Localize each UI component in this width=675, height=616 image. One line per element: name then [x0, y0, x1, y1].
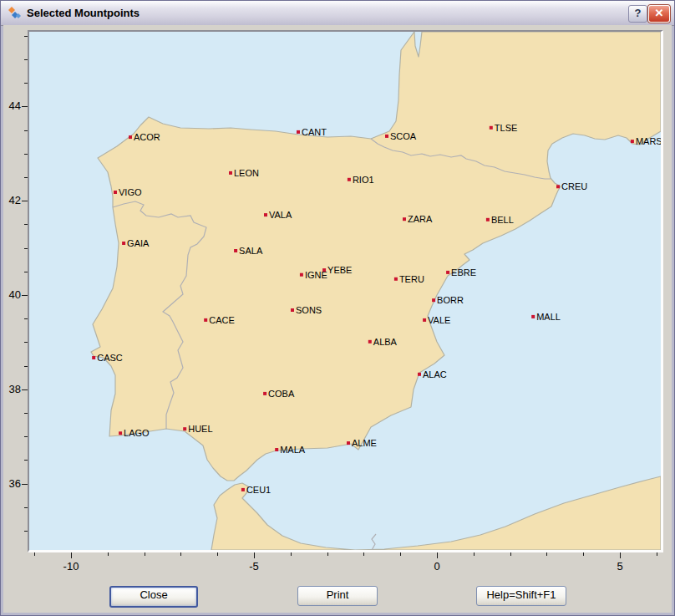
mountpoint-marker-ALBA [368, 340, 372, 344]
selected-mountpoints-window: Selected Mountpoints ? ✕ ACORCANTSCOATLS… [0, 0, 675, 616]
y-tick-42.5 [24, 177, 28, 178]
x-tick--10 [71, 552, 72, 558]
mountpoint-marker-EBRE [446, 271, 449, 274]
mountpoint-label-MARS: MARS [636, 136, 661, 146]
help-button[interactable]: Help=Shift+F1 [476, 586, 566, 606]
mountpoint-label-ZARA: ZARA [408, 214, 433, 224]
x-tick--4 [291, 552, 292, 556]
mountpoint-marker-LAGO [119, 431, 122, 435]
mountpoint-label-CEU1: CEU1 [246, 485, 271, 495]
y-tick-36.5 [24, 460, 28, 461]
mountpoint-marker-MARS [631, 140, 634, 143]
y-tick-label-42: 42 [0, 194, 21, 206]
y-tick-label-44: 44 [0, 99, 21, 112]
mountpoint-marker-VALE [423, 318, 426, 322]
mountpoint-marker-TLSE [490, 126, 493, 130]
x-tick--3 [327, 552, 328, 556]
mountpoint-label-LAGO: LAGO [124, 428, 150, 438]
mountpoint-marker-COBA [263, 392, 266, 395]
x-tick-5 [620, 552, 621, 558]
mountpoint-marker-CASC [92, 356, 95, 359]
mountpoint-label-LEON: LEON [234, 168, 259, 178]
mountpoint-marker-TERU [394, 277, 398, 281]
mountpoint-label-YEBE: YEBE [327, 265, 352, 275]
mountpoint-label-ALBA: ALBA [373, 337, 398, 347]
x-tick-1 [474, 552, 475, 556]
mountpoint-marker-BELL [486, 218, 490, 221]
mountpoint-label-BELL: BELL [491, 215, 514, 225]
y-tick-37 [24, 436, 28, 437]
map-panel: ACORCANTSCOATLSEMARSVIGOLEONRIO1CREUVALA… [28, 30, 663, 552]
mountpoint-label-ACOR: ACOR [134, 132, 160, 142]
y-tick-45 [24, 59, 28, 60]
y-tick-label-38: 38 [0, 383, 21, 395]
mountpoint-label-VALA: VALA [269, 210, 292, 220]
app-icon [8, 7, 21, 20]
mountpoint-label-RIO1: RIO1 [353, 175, 374, 185]
mountpoint-marker-ZARA [403, 217, 406, 221]
x-tick-label-0: 0 [419, 560, 455, 573]
x-tick--11 [34, 552, 35, 556]
x-tick--8 [145, 552, 145, 556]
x-tick-4 [583, 552, 584, 556]
y-tick-38.5 [24, 366, 28, 367]
mountpoint-marker-ACOR [129, 135, 132, 139]
mountpoint-marker-LEON [229, 171, 232, 175]
mountpoint-marker-HUEL [183, 427, 186, 430]
y-tick-39.5 [24, 318, 28, 319]
close-button[interactable]: Close [109, 586, 198, 608]
mountpoint-label-SALA: SALA [239, 246, 263, 256]
x-tick--5 [254, 552, 255, 558]
mountpoint-label-ALME: ALME [352, 438, 377, 448]
y-tick-35 [24, 531, 28, 532]
mountpoint-marker-SONS [291, 308, 294, 312]
mountpoint-marker-SALA [234, 249, 237, 252]
mountpoint-marker-GAIA [122, 242, 125, 245]
y-tick-40 [22, 295, 28, 296]
mountpoint-label-CACE: CACE [209, 315, 235, 325]
mountpoint-label-IGNE: IGNE [305, 270, 327, 280]
map-svg: ACORCANTSCOATLSEMARSVIGOLEONRIO1CREUVALA… [29, 32, 661, 550]
titlebar-close-icon[interactable]: ✕ [648, 5, 670, 23]
x-tick-3 [546, 552, 547, 556]
y-tick-38 [22, 389, 28, 390]
mountpoint-marker-BORR [432, 298, 435, 302]
mountpoint-label-HUEL: HUEL [188, 424, 212, 434]
y-tick-35.5 [24, 507, 28, 508]
print-button[interactable]: Print [297, 586, 378, 606]
y-tick-45.5 [24, 36, 28, 37]
x-tick--2 [363, 552, 364, 556]
mountpoint-marker-SCOA [385, 135, 388, 138]
mountpoint-marker-CEU1 [241, 488, 245, 491]
titlebar: Selected Mountpoints ? ✕ [1, 1, 674, 26]
mountpoint-label-COBA: COBA [268, 389, 295, 399]
y-tick-42 [22, 201, 28, 201]
y-tick-43 [24, 154, 28, 155]
mountpoint-label-CANT: CANT [302, 127, 327, 137]
titlebar-help-button[interactable]: ? [628, 5, 647, 23]
mountpoint-label-SONS: SONS [296, 305, 322, 315]
mountpoint-marker-VIGO [114, 191, 117, 194]
mountpoint-marker-ALME [347, 441, 350, 445]
x-tick--6 [217, 552, 218, 556]
y-tick-label-36: 36 [0, 477, 21, 490]
y-tick-39 [24, 342, 28, 343]
mountpoint-label-CASC: CASC [97, 353, 123, 363]
y-tick-40.5 [24, 272, 28, 272]
x-tick-label--5: -5 [236, 560, 272, 573]
mountpoint-marker-CACE [204, 318, 207, 322]
mountpoint-marker-IGNE [300, 273, 303, 277]
mountpoint-label-MALL: MALL [536, 312, 561, 322]
y-tick-44 [22, 106, 28, 107]
mountpoint-marker-CREU [556, 185, 560, 188]
mountpoint-marker-CANT [297, 130, 300, 134]
mountpoint-label-BORR: BORR [437, 295, 464, 305]
mountpoint-marker-MALL [531, 315, 535, 318]
mountpoint-label-MALA: MALA [280, 445, 306, 455]
x-tick--7 [180, 552, 181, 556]
x-tick-0 [437, 552, 438, 558]
x-tick-label-5: 5 [601, 560, 638, 573]
y-tick-36 [22, 484, 28, 485]
x-tick-label--10: -10 [53, 560, 89, 573]
mountpoint-marker-RIO1 [348, 178, 351, 181]
